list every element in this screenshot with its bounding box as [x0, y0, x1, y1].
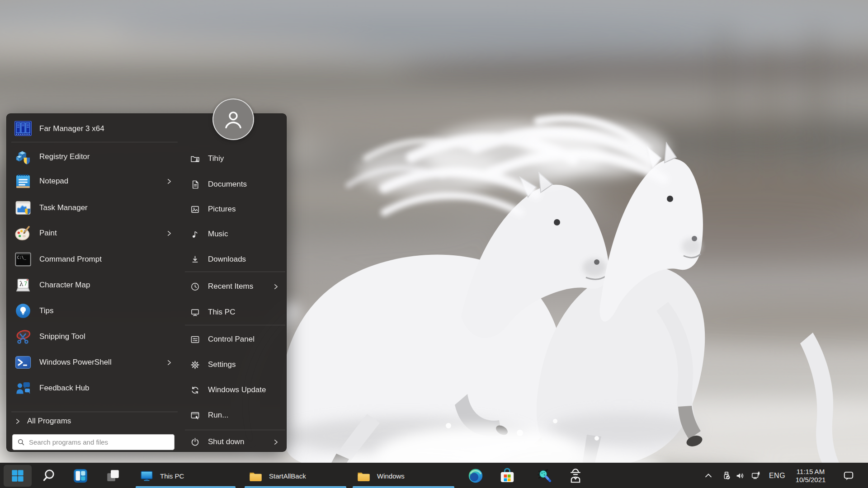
start-menu-item-command-prompt[interactable]: Command Prompt [10, 248, 179, 271]
start-menu-item-task-manager[interactable]: Task Manager [10, 196, 179, 220]
taskbar-pinned-microsoft-store[interactable] [497, 466, 517, 486]
taskbar-button-this-pc[interactable]: This PC [135, 463, 236, 488]
tray-network-display[interactable] [749, 469, 763, 482]
taskbar-pinned-edge[interactable] [466, 466, 486, 486]
start-menu-item-far-manager-3-x64[interactable]: Far Manager 3 x64 [10, 117, 179, 141]
item-label: Command Prompt [39, 255, 102, 264]
start-menu-item-registry-editor[interactable]: Registry Editor [10, 145, 179, 169]
item-label: Downloads [208, 255, 246, 264]
taskbar-button-label: StartAllBack [269, 472, 306, 480]
taskbar-search-button[interactable] [39, 466, 59, 486]
tips-icon [13, 301, 33, 321]
start-menu-item-music[interactable]: Music [185, 223, 284, 245]
item-label: Windows Update [208, 385, 266, 394]
running-indicator [353, 486, 454, 488]
tips-icon [14, 302, 32, 320]
far-manager-icon [13, 119, 33, 139]
item-label: Documents [208, 180, 247, 189]
windows-update-icon [189, 384, 201, 396]
start-menu-item-feedback-hub[interactable]: Feedback Hub [10, 376, 179, 400]
start-menu-item-windows-powershell[interactable]: Windows PowerShell [10, 351, 179, 374]
notification-center-button[interactable] [842, 469, 855, 482]
item-label: Windows PowerShell [39, 358, 112, 367]
item-label: Notepad [39, 177, 68, 186]
start-menu-item-control-panel[interactable]: Control Panel [185, 328, 284, 350]
start-menu-item-run[interactable]: Run... [185, 404, 284, 426]
start-menu-item-shut-down[interactable]: Shut down [185, 431, 284, 453]
start-menu-item-recent-items[interactable]: Recent Items [185, 276, 284, 297]
feedback-hub-icon [14, 379, 32, 397]
item-label: This PC [208, 308, 235, 317]
this-pc-icon [190, 307, 200, 318]
registry-editor-icon [13, 147, 33, 167]
command-prompt-icon [14, 250, 32, 268]
snipping-tool-icon [14, 328, 32, 346]
music-icon [190, 229, 200, 239]
taskbar-button-startallback[interactable]: StartAllBack [244, 463, 347, 488]
item-label: Tihiy [208, 154, 224, 163]
this-pc-color-icon [139, 469, 154, 483]
folder-icon [356, 469, 371, 483]
tray-volume[interactable] [733, 469, 747, 482]
start-menu-item-settings[interactable]: Settings [185, 354, 284, 375]
start-menu-item-pictures[interactable]: Pictures [185, 198, 284, 220]
user-avatar[interactable] [212, 99, 254, 140]
all-programs-label: All Programs [27, 417, 71, 426]
language-indicator[interactable]: ENG [766, 463, 788, 488]
start-menu-item-tihiy[interactable]: Tihiy [185, 148, 284, 169]
recent-icon [190, 282, 200, 292]
menu-divider [11, 412, 178, 412]
taskbar-button-windows[interactable]: Windows [352, 463, 455, 488]
taskbar: This PCStartAllBackWindows ENG 11:15 AM … [0, 463, 868, 488]
search-icon [17, 438, 25, 446]
taskbar-pinned-spybot[interactable] [534, 466, 554, 486]
task-manager-icon [13, 198, 33, 218]
item-label: Music [208, 230, 228, 239]
desktop: Far Manager 3 x64Registry EditorNotepadT… [0, 0, 868, 488]
item-label: Feedback Hub [39, 384, 90, 393]
start-menu-item-notepad[interactable]: Notepad [10, 169, 179, 193]
taskbar-widgets-button[interactable] [71, 466, 90, 486]
character-map-icon [13, 275, 33, 295]
start-menu-item-windows-update[interactable]: Windows Update [185, 379, 284, 401]
tray-date: 10/5/2021 [796, 476, 826, 484]
item-label: Tips [39, 306, 54, 315]
item-label: Far Manager 3 x64 [39, 124, 104, 133]
item-label: Settings [208, 360, 236, 369]
tray-usb-safely-remove[interactable] [720, 469, 733, 482]
user-folder-icon [189, 153, 201, 164]
start-button[interactable] [4, 465, 32, 487]
submenu-chevron-icon [273, 284, 279, 290]
taskbar-button-label: Windows [377, 472, 405, 480]
shutdown-icon [189, 436, 201, 448]
usb-icon [722, 471, 731, 481]
tray-clock[interactable]: 11:15 AM 10/5/2021 [787, 463, 835, 488]
run-icon [190, 410, 200, 421]
tray-time: 11:15 AM [797, 468, 825, 476]
item-label: Run... [208, 411, 228, 420]
start-menu-item-paint[interactable]: Paint [10, 221, 179, 245]
folder-icon [356, 469, 371, 483]
start-menu-item-snipping-tool[interactable]: Snipping Tool [10, 325, 179, 348]
task-manager-icon [14, 199, 32, 217]
item-label: Shut down [208, 437, 244, 446]
start-menu-item-documents[interactable]: Documents [185, 174, 284, 195]
start-menu-item-downloads[interactable]: Downloads [185, 249, 284, 270]
spybot-icon [536, 467, 553, 484]
paint-icon [13, 223, 33, 243]
taskbar-pinned-spy[interactable] [566, 466, 585, 486]
taskbar-task-view-button[interactable] [103, 466, 123, 486]
all-programs-button[interactable]: All Programs [10, 411, 179, 431]
start-menu-item-tips[interactable]: Tips [10, 299, 179, 323]
shutdown-icon [190, 437, 200, 447]
start-menu-item-character-map[interactable]: Character Map [10, 273, 179, 297]
notepad-icon [13, 171, 33, 191]
spy-icon [567, 467, 584, 484]
tray-hidden-icons-chevron[interactable] [702, 469, 715, 482]
running-indicator [136, 486, 236, 488]
pictures-icon [189, 203, 201, 215]
windows-logo-icon [10, 469, 25, 483]
start-menu-item-this-pc[interactable]: This PC [185, 301, 284, 323]
running-indicator [245, 486, 346, 488]
search-input[interactable] [29, 434, 175, 450]
